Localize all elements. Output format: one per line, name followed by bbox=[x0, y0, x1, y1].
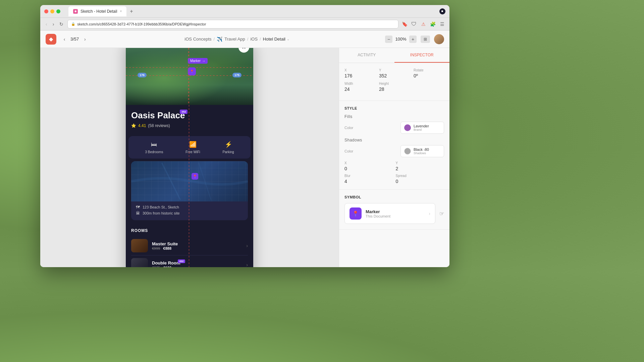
shadows-color-info: Black -80 Shadows bbox=[414, 147, 429, 155]
parking-icon: ⚡ bbox=[225, 141, 232, 148]
field-rotate: Rotate 0º bbox=[414, 68, 444, 78]
shield-icon[interactable]: 🛡 bbox=[411, 21, 417, 27]
width-label: Width bbox=[344, 82, 375, 85]
amenity-parking-label: Parking bbox=[223, 150, 234, 154]
rating-reviews: (58 reviews) bbox=[148, 123, 170, 128]
room-thumb-image bbox=[131, 239, 148, 252]
bookmarks-icon[interactable]: 🔖 bbox=[401, 21, 408, 27]
symbol-section-title: SYMBOL bbox=[344, 195, 444, 199]
zoom-level-display: 100% bbox=[394, 37, 407, 42]
shadow-blur-label: Blur bbox=[344, 174, 393, 178]
zoom-in-button[interactable]: + bbox=[409, 36, 417, 43]
width-value[interactable]: 24 bbox=[344, 86, 375, 92]
height-label: Height bbox=[379, 82, 410, 85]
minimize-window-button[interactable] bbox=[50, 9, 54, 13]
x-value[interactable]: 176 bbox=[344, 73, 375, 78]
fullscreen-window-button[interactable] bbox=[56, 9, 60, 13]
back-button[interactable]: ‹ bbox=[44, 21, 49, 27]
breadcrumb-ios-concepts[interactable]: iOS Concepts bbox=[184, 37, 211, 42]
refresh-button[interactable]: ↻ bbox=[58, 21, 65, 27]
browser-window: ◆ Sketch - Hotel Detail × + ⏺ ‹ › ↻ 🔒 sk… bbox=[40, 5, 449, 267]
shadow-y-value[interactable]: 2 bbox=[396, 166, 444, 171]
breadcrumb-travel-app[interactable]: Travel App bbox=[224, 37, 245, 42]
room-thumb-master bbox=[131, 239, 148, 252]
map-icon: 🗺 bbox=[136, 205, 140, 209]
shadows-color-swatch bbox=[404, 148, 411, 155]
y-value[interactable]: 352 bbox=[379, 73, 410, 78]
travel-emoji: ✈️ bbox=[217, 37, 222, 42]
room-price-double-old: €375 bbox=[152, 266, 160, 267]
distance-badge-right: 175 bbox=[232, 73, 241, 77]
star-icon: ⭐ bbox=[131, 123, 136, 128]
extensions-icon[interactable]: 🧩 bbox=[429, 21, 436, 27]
shadow-blur-value[interactable]: 4 bbox=[344, 179, 393, 184]
fills-row: Fills bbox=[344, 114, 444, 119]
tab-hotel-detail[interactable]: ◆ Sketch - Hotel Detail × bbox=[68, 6, 126, 16]
marker-arrow-icon: → bbox=[202, 59, 205, 63]
map-pin: 📍 bbox=[192, 173, 198, 180]
map-address: 123 Beach St., Sketch bbox=[143, 205, 179, 209]
fills-color-chip[interactable]: Lavender Brand bbox=[400, 122, 444, 134]
inspector-row-xyr: X 176 Y 352 Rotate 0º bbox=[344, 68, 444, 78]
bed-icon: 🛏 bbox=[151, 141, 157, 148]
shadows-label: Shadows bbox=[344, 138, 362, 142]
amenities-wrapper: 🛏 3 Bedrooms 📶 Free WiFi ⚡ Parking bbox=[126, 136, 253, 159]
rotate-value[interactable]: 0º bbox=[414, 73, 444, 78]
marker-annotation: Marker → bbox=[188, 58, 208, 64]
inspector-panel: ACTIVITY INSPECTOR X 176 Y 352 Rotate bbox=[339, 48, 449, 267]
shadows-color-chip[interactable]: Black -80 Shadows bbox=[400, 145, 444, 157]
room-item-double[interactable]: Double Room 432 €375 €133 › bbox=[131, 255, 248, 267]
shadow-spread-value[interactable]: 0 bbox=[396, 179, 444, 184]
map-distance: 300m from historic site bbox=[143, 211, 180, 215]
room-item-master-suite[interactable]: Master Suite €999 €888 › bbox=[131, 236, 248, 255]
distance-badge-left: 176 bbox=[138, 73, 147, 77]
shadows-row: Shadows bbox=[344, 138, 444, 142]
new-tab-button[interactable]: + bbox=[128, 8, 135, 14]
app-toolbar: ◆ ‹ 3/57 › iOS Concepts / ✈️ Travel App … bbox=[40, 31, 449, 48]
menu-icon[interactable]: ☰ bbox=[439, 21, 445, 27]
rooms-title: ROOMS bbox=[131, 228, 248, 233]
close-window-button[interactable] bbox=[44, 9, 48, 13]
nav-right-icons: 🔖 🛡 ⚠ 🧩 ☰ bbox=[401, 21, 445, 27]
user-avatar[interactable] bbox=[434, 34, 444, 44]
forward-button[interactable]: › bbox=[51, 21, 56, 27]
tab-inspector[interactable]: INSPECTOR bbox=[394, 48, 450, 63]
shadow-fields-grid: X 0 Y 2 Blur 4 Spread 0 bbox=[344, 161, 444, 184]
hotel-header-image: 9:41 ▌▌▌ 📶 🔋 ✕ bbox=[126, 48, 253, 105]
warning-icon: ⚠ bbox=[420, 21, 427, 27]
next-page-button[interactable]: › bbox=[81, 35, 89, 43]
shadow-spread-field: Spread 0 bbox=[396, 174, 444, 184]
hotel-name-wrapper: Oasis Palace 352 bbox=[131, 110, 185, 121]
tab-close-button[interactable]: × bbox=[120, 9, 122, 13]
map-info: 🗺 123 Beach St., Sketch 🏛 300m from hist… bbox=[131, 201, 248, 220]
shadow-spread-label: Spread bbox=[396, 174, 444, 178]
hotel-info: Oasis Palace 352 ⭐ 4.41 (58 reviews) bbox=[126, 105, 253, 133]
amenity-wifi-label: Free WiFi bbox=[185, 150, 200, 154]
breadcrumb-current[interactable]: Hotel Detail ⌄ bbox=[263, 37, 289, 42]
record-button[interactable]: ⏺ bbox=[439, 8, 445, 14]
room-details-master: Master Suite €999 €888 bbox=[152, 241, 242, 250]
browser-controls-right: ⏺ bbox=[439, 8, 445, 14]
tab-activity[interactable]: ACTIVITY bbox=[339, 48, 394, 63]
view-toggle-button[interactable]: ⊞ bbox=[421, 36, 430, 43]
prev-page-button[interactable]: ‹ bbox=[60, 35, 68, 43]
room-price-double-new: €133 bbox=[163, 266, 171, 267]
fills-color-name: Lavender bbox=[414, 124, 429, 128]
height-value[interactable]: 28 bbox=[379, 86, 410, 92]
shadow-x-value[interactable]: 0 bbox=[344, 166, 393, 171]
map-area: 📍 bbox=[131, 161, 248, 201]
bank-icon: 🏛 bbox=[136, 211, 140, 216]
symbol-card[interactable]: 📍 Marker This Document › bbox=[344, 203, 435, 224]
map-card[interactable]: 📍 🗺 123 Beach St., Sketch 🏛 bbox=[131, 161, 248, 220]
badge-352: 352 bbox=[180, 110, 187, 114]
canvas-area: 9:41 ▌▌▌ 📶 🔋 ✕ bbox=[40, 48, 339, 267]
zoom-controls: − 100% + bbox=[385, 36, 417, 43]
address-bar[interactable]: 🔒 sketch.com/s/c8655428-3d72-477f-b10f-1… bbox=[67, 20, 398, 28]
breadcrumb-ios[interactable]: iOS bbox=[250, 37, 258, 42]
zoom-out-button[interactable]: − bbox=[385, 36, 392, 43]
close-button[interactable]: ✕ bbox=[238, 48, 249, 53]
lock-icon: 🔒 bbox=[71, 22, 75, 26]
fills-color-sub: Brand bbox=[414, 128, 429, 131]
rotate-label: Rotate bbox=[414, 68, 444, 72]
hotel-rating: ⭐ 4.41 (58 reviews) bbox=[131, 123, 248, 128]
